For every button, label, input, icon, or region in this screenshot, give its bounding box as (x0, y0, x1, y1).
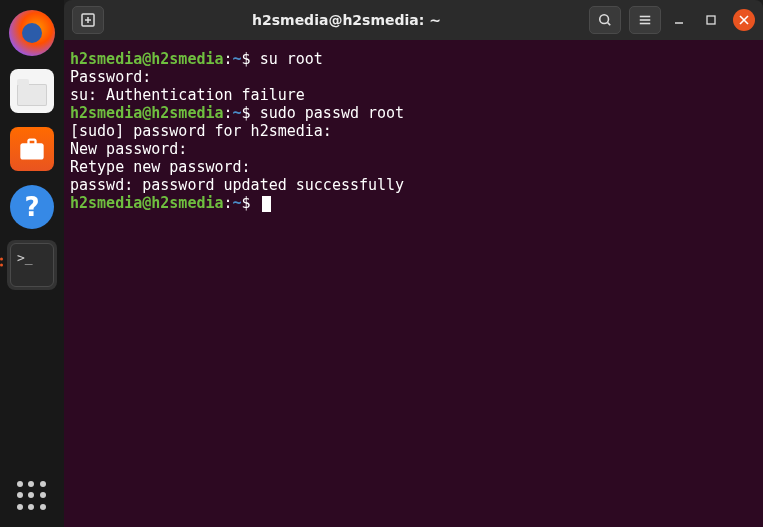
maximize-icon (706, 15, 716, 25)
svg-rect-9 (707, 16, 715, 24)
files-launcher[interactable] (7, 66, 57, 116)
new-tab-button[interactable] (72, 6, 104, 34)
command-text: su root (260, 50, 323, 68)
terminal-window: h2smedia@h2smedia: ~ (64, 0, 763, 527)
prompt-user: h2smedia (70, 50, 142, 68)
new-tab-icon (80, 12, 96, 28)
close-button[interactable] (733, 9, 755, 31)
files-icon (10, 69, 54, 113)
minimize-button[interactable] (669, 10, 689, 30)
software-launcher[interactable] (7, 124, 57, 174)
command-text: sudo passwd root (260, 104, 405, 122)
maximize-button[interactable] (701, 10, 721, 30)
window-controls (669, 9, 755, 31)
show-applications-button[interactable] (17, 481, 47, 511)
terminal-body[interactable]: h2smedia@h2smedia:~$ su root Password: s… (64, 40, 763, 527)
help-icon: ? (10, 185, 54, 229)
close-icon (739, 15, 749, 25)
terminal-launcher[interactable]: >_ (7, 240, 57, 290)
search-button[interactable] (589, 6, 621, 34)
dock: ? >_ (0, 0, 64, 527)
svg-line-4 (608, 23, 611, 26)
menu-button[interactable] (629, 6, 661, 34)
terminal-line: Password: (70, 68, 757, 86)
terminal-line: su: Authentication failure (70, 86, 757, 104)
terminal-line: h2smedia@h2smedia:~$ sudo passwd root (70, 104, 757, 122)
firefox-icon (9, 10, 55, 56)
svg-point-3 (600, 15, 609, 24)
active-indicator (0, 264, 3, 267)
search-icon (598, 13, 612, 27)
terminal-icon: >_ (10, 243, 54, 287)
terminal-line: passwd: password updated successfully (70, 176, 757, 194)
prompt-path: ~ (233, 50, 242, 68)
terminal-line: h2smedia@h2smedia:~$ su root (70, 50, 757, 68)
minimize-icon (674, 15, 684, 25)
terminal-line: New password: (70, 140, 757, 158)
titlebar: h2smedia@h2smedia: ~ (64, 0, 763, 40)
terminal-line: h2smedia@h2smedia:~$ (70, 194, 757, 212)
prompt-host: h2smedia (151, 50, 223, 68)
terminal-line: [sudo] password for h2smedia: (70, 122, 757, 140)
help-launcher[interactable]: ? (7, 182, 57, 232)
cursor (262, 196, 271, 212)
hamburger-icon (638, 13, 652, 27)
window-title: h2smedia@h2smedia: ~ (112, 12, 581, 28)
software-icon (10, 127, 54, 171)
terminal-line: Retype new password: (70, 158, 757, 176)
firefox-launcher[interactable] (7, 8, 57, 58)
